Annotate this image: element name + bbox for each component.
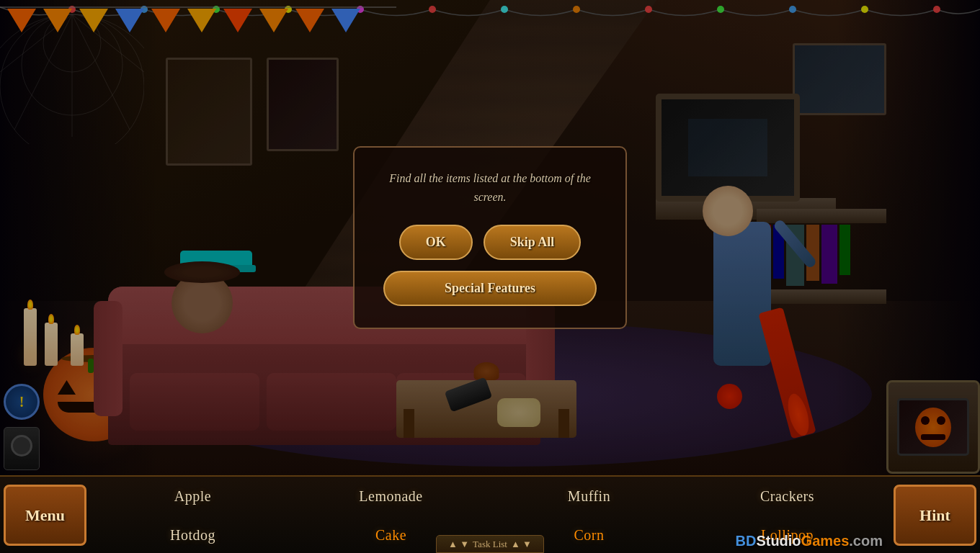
item-lemonade[interactable]: Lemonade — [292, 477, 490, 516]
item-crackers[interactable]: Crackers — [688, 477, 886, 516]
task-list-button[interactable]: ▲ ▼ Task List ▲ ▼ — [436, 535, 544, 553]
watermark-studio: Studio — [756, 533, 801, 549]
item-hotdog[interactable]: Hotdog — [94, 516, 292, 553]
item-apple[interactable]: Apple — [94, 477, 292, 516]
item-cake-label: Cake — [375, 527, 406, 544]
dialog-text: Find all the items listed at the bottom … — [383, 169, 597, 206]
special-features-button[interactable]: Special Features — [383, 271, 597, 306]
watermark-domain: .com — [849, 533, 883, 549]
menu-label: Menu — [25, 506, 65, 525]
task-list-label: Task List — [473, 539, 507, 550]
hint-label: Hint — [919, 506, 950, 525]
item-muffin[interactable]: Muffin — [490, 477, 688, 516]
watermark: BDStudioGames.com — [735, 533, 883, 549]
skip-all-button[interactable]: Skip All — [484, 225, 582, 260]
task-list-arrows: ▲ ▼ — [448, 539, 469, 550]
watermark-games: Games — [801, 533, 850, 549]
item-apple-label: Apple — [174, 488, 211, 505]
dialog-button-row: OK Skip All — [383, 225, 597, 260]
item-lemonade-label: Lemonade — [359, 488, 422, 505]
ok-button[interactable]: OK — [399, 225, 473, 260]
task-list-arrows2: ▲ ▼ — [511, 539, 532, 550]
menu-button[interactable]: Menu — [4, 485, 86, 546]
game-scene: ! Find all the items listed at the botto… — [0, 0, 980, 553]
item-hotdog-label: Hotdog — [170, 527, 215, 544]
item-muffin-label: Muffin — [568, 488, 610, 505]
item-corn-label: Corn — [574, 527, 605, 544]
dialog-overlay: Find all the items listed at the bottom … — [0, 0, 980, 475]
hint-button[interactable]: Hint — [894, 485, 976, 546]
watermark-bd: BD — [735, 533, 756, 549]
tutorial-dialog: Find all the items listed at the bottom … — [353, 146, 627, 328]
item-crackers-label: Crackers — [760, 488, 814, 505]
